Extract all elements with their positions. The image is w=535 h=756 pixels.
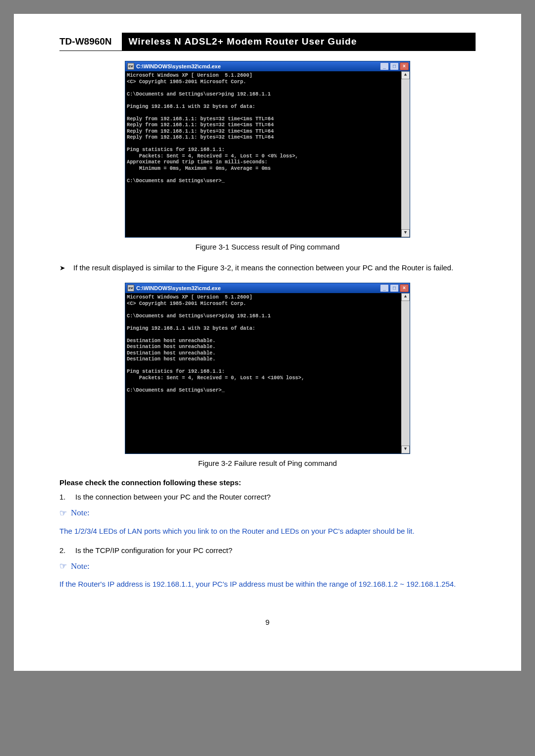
cmd-window-success: cv C:\WINDOWS\system32\cmd.exe _ □ × Mic…: [125, 61, 410, 238]
document-page: TD-W8960N Wireless N ADSL2+ Modem Router…: [14, 14, 521, 671]
pointing-hand-icon: ☞: [59, 561, 67, 571]
step-2: 2. Is the TCP/IP configuration for your …: [59, 545, 476, 556]
cmd-prompt-icon: cv: [127, 63, 134, 70]
cmd-title-left: cv C:\WINDOWS\system32\cmd.exe: [127, 285, 221, 292]
cmd-body-wrap: Microsoft Windows XP [ Uersion 5.1.2600]…: [125, 71, 410, 237]
figure-3-2-caption: Figure 3-2 Failure result of Ping comman…: [59, 459, 476, 467]
cmd-window-failure: cv C:\WINDOWS\system32\cmd.exe _ □ × Mic…: [125, 283, 410, 454]
model-number: TD-W8960N: [59, 33, 122, 50]
cmd-prompt-icon: cv: [127, 285, 134, 292]
check-steps-heading: Please check the connection following th…: [59, 478, 476, 487]
step-number: 1.: [59, 492, 75, 503]
close-button[interactable]: ×: [400, 62, 409, 70]
cmd-output-failure: Microsoft Windows XP [ Uersion 5.1.2600]…: [125, 293, 401, 454]
cmd-title-left: cv C:\WINDOWS\system32\cmd.exe: [127, 63, 221, 70]
bullet-text: If the result displayed is similar to th…: [73, 262, 476, 274]
maximize-button[interactable]: □: [390, 284, 399, 292]
note-label: Note:: [71, 508, 90, 518]
cmd-titlebar: cv C:\WINDOWS\system32\cmd.exe _ □ ×: [125, 283, 410, 293]
step-text: Is the TCP/IP configuration for your PC …: [75, 545, 476, 556]
scrollbar[interactable]: ▲ ▼: [401, 71, 410, 237]
step-number: 2.: [59, 545, 75, 556]
note-label: Note:: [71, 561, 90, 571]
maximize-button[interactable]: □: [390, 62, 399, 70]
cmd-output-success: Microsoft Windows XP [ Uersion 5.1.2600]…: [125, 71, 401, 237]
page-header: TD-W8960N Wireless N ADSL2+ Modem Router…: [59, 33, 476, 51]
arrowhead-icon: [59, 262, 73, 274]
step-text: Is the connection between your PC and th…: [75, 492, 476, 503]
guide-title: Wireless N ADSL2+ Modem Router User Guid…: [122, 33, 476, 50]
page-number: 9: [59, 618, 476, 626]
scrollbar[interactable]: ▲ ▼: [401, 293, 410, 454]
pointing-hand-icon: ☞: [59, 508, 67, 518]
scroll-up-icon[interactable]: ▲: [401, 71, 410, 79]
window-controls: _ □ ×: [380, 62, 409, 70]
bullet-item: If the result displayed is similar to th…: [59, 262, 476, 274]
cmd-titlebar: cv C:\WINDOWS\system32\cmd.exe _ □ ×: [125, 61, 410, 71]
cmd-window-title: C:\WINDOWS\system32\cmd.exe: [136, 63, 221, 70]
step-1: 1. Is the connection between your PC and…: [59, 492, 476, 503]
note-2-body: If the Router's IP address is 192.168.1.…: [59, 578, 476, 590]
figure-3-1-caption: Figure 3-1 Success result of Ping comman…: [59, 243, 476, 251]
scroll-down-icon[interactable]: ▼: [401, 446, 410, 454]
window-controls: _ □ ×: [380, 284, 409, 292]
cmd-window-title: C:\WINDOWS\system32\cmd.exe: [136, 285, 221, 292]
scroll-up-icon[interactable]: ▲: [401, 293, 410, 301]
minimize-button[interactable]: _: [380, 284, 389, 292]
minimize-button[interactable]: _: [380, 62, 389, 70]
cmd-body-wrap: Microsoft Windows XP [ Uersion 5.1.2600]…: [125, 293, 410, 454]
note-heading: ☞ Note:: [59, 508, 476, 518]
close-button[interactable]: ×: [400, 284, 409, 292]
note-heading: ☞ Note:: [59, 561, 476, 571]
scroll-down-icon[interactable]: ▼: [401, 229, 410, 237]
note-1-body: The 1/2/3/4 LEDs of LAN ports which you …: [59, 525, 476, 537]
